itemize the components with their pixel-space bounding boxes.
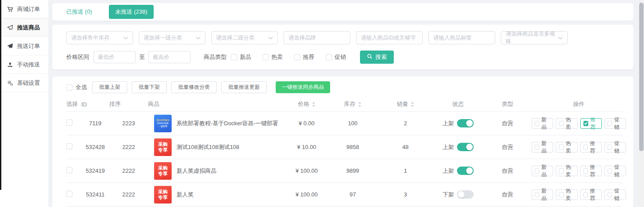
thumbnail-text: 采购 <box>158 142 168 147</box>
status-toggle[interactable] <box>457 167 474 175</box>
product-cell: 系统部署教程Docker容器一键部署系统部署教程-基于Docker容器-一键部署 <box>148 115 286 132</box>
column-header[interactable]: 价格 <box>286 100 327 108</box>
stock-cell: 97 <box>327 191 378 198</box>
row-select-cell <box>66 120 81 127</box>
row-checkbox[interactable] <box>66 120 72 126</box>
row-checkbox[interactable] <box>66 191 72 197</box>
row-select-cell <box>66 191 81 198</box>
column-header[interactable]: 库存 <box>327 100 378 108</box>
sidebar-item[interactable]: 手动推送 <box>0 55 48 74</box>
op-tag-checkbox[interactable]: 热卖 <box>556 142 577 153</box>
sort-caret-icon[interactable] <box>358 102 362 107</box>
row-checkbox[interactable] <box>66 143 72 149</box>
select-all-checkbox[interactable]: 全选 <box>66 84 87 91</box>
status-toggle[interactable] <box>457 119 474 127</box>
op-tag-checkbox[interactable]: 热卖 <box>556 189 577 200</box>
sidebar-item[interactable]: 推送订单 <box>0 37 48 55</box>
sort-caret-icon[interactable] <box>312 102 316 107</box>
min-price-input[interactable] <box>94 51 136 63</box>
batch-action-button[interactable]: 批量修改分类 <box>171 81 217 93</box>
op-tag-checkbox[interactable]: 新品 <box>532 118 553 129</box>
filter-select[interactable]: 请选择售中库存 <box>66 31 133 44</box>
row-select-cell <box>66 143 81 151</box>
op-tag-checkbox[interactable]: 新品 <box>532 189 553 200</box>
checkbox-icon <box>559 145 563 150</box>
toggle-knob <box>458 191 464 198</box>
push-status-tabs: 已推送 (0)未推送 (238) <box>52 3 633 21</box>
op-tag-checkbox[interactable]: 推荐 <box>580 118 602 129</box>
page-scrollbar[interactable] <box>639 0 644 207</box>
sidebar-item[interactable]: 推送商品 <box>0 18 48 37</box>
type-cell: 自营 <box>483 120 532 127</box>
toggle-knob <box>466 120 473 127</box>
op-tag-label: 热卖 <box>566 163 575 178</box>
product-type-checkbox[interactable]: 新品 <box>231 53 251 61</box>
chevron-down-icon <box>123 36 128 40</box>
type-option-label: 热卖 <box>271 53 283 61</box>
op-tag-checkbox[interactable]: 推荐 <box>580 189 602 200</box>
product-cell: 采购专享新人奖 <box>148 186 286 203</box>
batch-action-button[interactable]: 批量上架 <box>92 81 127 93</box>
status-label: 上架 <box>443 143 454 151</box>
row-sort: 2222 <box>109 167 148 174</box>
status-cell: 上架 <box>433 119 483 127</box>
op-tag-checkbox[interactable]: 促销 <box>604 166 626 176</box>
column-header[interactable]: 销量 <box>378 100 433 108</box>
price-cell: ¥ 100.00 <box>286 167 327 174</box>
status-toggle[interactable] <box>457 190 474 199</box>
status-toggle[interactable] <box>457 143 474 151</box>
type-cell: 自营 <box>483 143 532 151</box>
upload-icon <box>7 62 13 68</box>
push-sync-all-button[interactable]: 一键推送同步商品 <box>276 81 330 93</box>
row-id: 532419 <box>81 167 109 174</box>
filter-input[interactable]: 请选择品牌 <box>284 31 350 44</box>
op-tag-checkbox[interactable]: 促销 <box>604 142 626 153</box>
product-type-checkbox[interactable]: 促销 <box>326 53 346 61</box>
batch-actions: 全选 批量上架批量下架批量修改分类批量推送更新 一键推送同步商品 <box>66 81 623 93</box>
row-sort: 2222 <box>109 191 148 198</box>
status-label: 上架 <box>443 120 454 127</box>
sidebar-menu: 商城订单推送商品推送订单手动推送基础设置 <box>0 0 48 92</box>
max-price-input[interactable] <box>148 51 191 63</box>
filter-select[interactable]: 请选择二级分类 <box>211 31 278 44</box>
tab[interactable]: 未推送 (238) <box>109 5 154 19</box>
batch-action-button[interactable]: 批量下架 <box>132 81 167 93</box>
placeholder-text: 请选择二级分类 <box>216 34 255 42</box>
tab[interactable]: 已推送 (0) <box>66 8 92 16</box>
row-checkbox[interactable] <box>66 167 72 173</box>
product-type-checkbox[interactable]: 推荐 <box>294 53 314 61</box>
op-tag-checkbox[interactable]: 热卖 <box>556 118 577 129</box>
filter-select[interactable]: 请选择商品是否多规格 <box>501 31 568 44</box>
op-tag-checkbox[interactable]: 新品 <box>532 142 553 153</box>
scrollbar-thumb[interactable] <box>639 3 644 151</box>
product-type-checkbox[interactable]: 热卖 <box>263 53 283 61</box>
filter-input[interactable]: 请输入商品ID或关键字 <box>356 31 423 44</box>
search-button[interactable]: 搜索 <box>360 51 394 64</box>
product-title: 测试108测试108测试108 <box>176 143 239 151</box>
sort-caret-icon[interactable] <box>410 102 414 107</box>
op-tag-checkbox[interactable]: 促销 <box>604 189 626 200</box>
table-body: 71192223系统部署教程Docker容器一键部署系统部署教程-基于Docke… <box>66 112 623 207</box>
checkbox-icon <box>583 168 588 174</box>
batch-action-button[interactable]: 批量推送更新 <box>221 81 267 93</box>
op-tag-checkbox[interactable]: 推荐 <box>580 166 602 176</box>
op-tag-label: 促销 <box>614 163 623 178</box>
filter-select[interactable]: 请选择一级分类 <box>139 31 205 44</box>
sidebar-item[interactable]: 商城订单 <box>0 0 48 18</box>
op-tag-label: 推荐 <box>590 187 599 202</box>
op-tag-checkbox[interactable]: 热卖 <box>556 166 577 176</box>
placeholder-text: 请选择一级分类 <box>144 34 182 42</box>
column-header-label: 选择 <box>66 100 78 108</box>
sales-cell: 1 <box>378 167 433 174</box>
thumbnail-text: 采购 <box>158 165 168 171</box>
status-cell: 下架 <box>433 190 483 199</box>
sidebar-item[interactable]: 基础设置 <box>0 74 48 92</box>
op-tag-checkbox[interactable]: 促销 <box>604 118 626 129</box>
op-tag-checkbox[interactable]: 新品 <box>532 166 553 176</box>
product-title: 新人奖 <box>176 191 194 199</box>
op-tag-checkbox[interactable]: 推荐 <box>580 142 602 153</box>
sales-cell: 3 <box>378 191 433 198</box>
filter-input[interactable]: 请输入商品标签 <box>428 31 495 44</box>
sidebar-item-label: 推送订单 <box>17 42 40 50</box>
placeholder-text: 请输入商品ID或关键字 <box>361 34 416 42</box>
